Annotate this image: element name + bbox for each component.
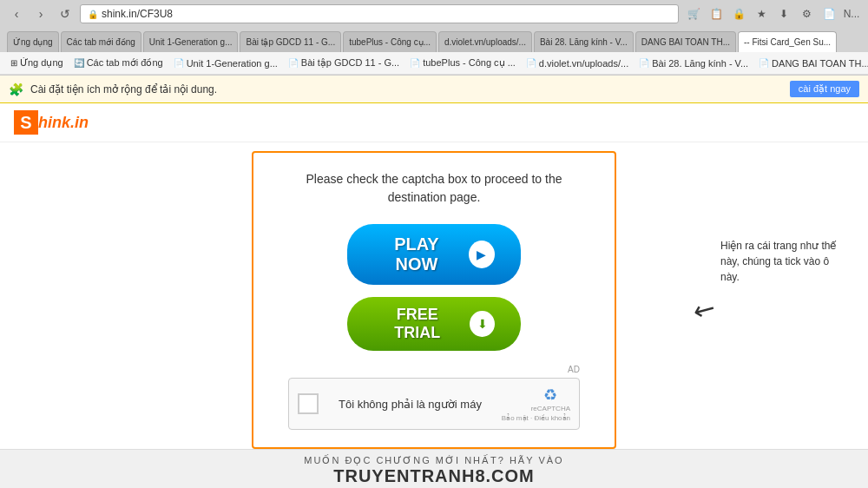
promo-line1: muốn đọc chương mới nhất? hãy vào (14, 455, 854, 466)
extension-message: Cài đặt tiện ích mở rộng để tải nội dung… (30, 83, 783, 96)
page-icon1: 📄 (174, 58, 184, 68)
bookmark-tubeplus[interactable]: 📄 tubePlus - Công cụ ... (406, 56, 519, 70)
ad-label: AD (288, 365, 580, 374)
cart-icon[interactable]: 🛒 (684, 4, 703, 23)
recaptcha-checkbox[interactable] (298, 393, 319, 414)
tab-tubeplus[interactable]: tubePlus - Công cụ... (343, 31, 437, 52)
recaptcha-brand: reCAPTCHA (531, 405, 570, 412)
clipboard-icon[interactable]: 📋 (707, 4, 726, 23)
address-bar[interactable]: 🔒 shink.in/CF3U8 (80, 4, 679, 23)
tabs-bar: Ứng dụng Các tab mới đồng Unit 1-Generat… (0, 28, 868, 52)
refresh-button[interactable]: ↺ (56, 4, 75, 23)
recaptcha-footer: ♻ reCAPTCHA Bảo mật · Điều khoản (502, 386, 570, 422)
main-container: Please check the captcha box to proceed … (0, 142, 868, 449)
bookmark-cacmoidong[interactable]: 🔄 Các tab mới đồng (70, 56, 167, 70)
play-now-button[interactable]: PLAY NOW ▶ (347, 224, 521, 285)
page-icon4: 📄 (526, 58, 536, 68)
bookmark-baitap[interactable]: 📄 Bài tập GDCD 11 - G... (285, 56, 403, 70)
recaptcha-text-area: Tôi không phải là người máy (327, 396, 493, 412)
recaptcha-logo-area: ♻ reCAPTCHA (531, 386, 570, 412)
recaptcha-label: Tôi không phải là người máy (339, 398, 482, 411)
logo-text: hink.in (38, 114, 89, 132)
bookmark-tubeplus-label: tubePlus - Công cụ ... (423, 57, 516, 69)
tab-icon: 🔄 (74, 58, 84, 68)
tab-unit1[interactable]: Unit 1-Generation g... (143, 31, 239, 52)
puzzle-icon: 🧩 (9, 82, 23, 96)
captcha-message: Please check the captcha box to proceed … (288, 170, 580, 207)
promo-bar: muốn đọc chương mới nhất? hãy vào TRUYEN… (0, 449, 868, 488)
settings-icon[interactable]: ⚙ (797, 4, 816, 23)
annotation-text: Hiện ra cái trang như thế này, chúng ta … (720, 238, 842, 285)
tab-baitap[interactable]: Bài tập GDCD 11 - G... (240, 31, 341, 52)
play-now-label: PLAY NOW (373, 234, 460, 274)
bookmark-unit1[interactable]: 📄 Unit 1-Generation g... (170, 56, 281, 70)
bookmarks-bar: ⊞ Ứng dụng 🔄 Các tab mới đồng 📄 Unit 1-G… (0, 52, 868, 75)
toolbar-icons: 🛒 📋 🔒 ★ ⬇ ⚙ 📄 N... (684, 4, 861, 23)
browser-chrome: ‹ › ↺ 🔒 shink.in/CF3U8 🛒 📋 🔒 ★ ⬇ ⚙ 📄 N..… (0, 0, 868, 76)
forward-button[interactable]: › (31, 4, 50, 23)
page-icon5: 📄 (639, 58, 649, 68)
lock-icon: 🔒 (88, 10, 98, 19)
star-icon[interactable]: ★ (752, 4, 771, 23)
recaptcha-logo-icon: ♻ (543, 386, 557, 405)
bookmark-unit1-label: Unit 1-Generation g... (187, 58, 278, 69)
pdf-icon[interactable]: 📄 (819, 4, 838, 23)
site-logo[interactable]: S hink.in (14, 110, 89, 135)
page-icon2: 📄 (288, 58, 299, 68)
page-icon3: 📄 (410, 58, 420, 68)
promo-line2: TRUYENTRANH8.COM (14, 466, 854, 486)
more-icon[interactable]: N... (842, 4, 861, 23)
install-button[interactable]: cài đặt ngay (790, 81, 859, 97)
logo-area: S hink.in (0, 103, 868, 142)
free-trial-icon: ⬇ (470, 311, 495, 337)
tab-dangbai[interactable]: DANG BAI TOAN TH... (635, 31, 736, 52)
browser-toolbar: ‹ › ↺ 🔒 shink.in/CF3U8 🛒 📋 🔒 ★ ⬇ ⚙ 📄 N..… (0, 0, 868, 28)
extension-bar: 🧩 Cài đặt tiện ích mở rộng để tải nội du… (0, 76, 868, 103)
play-now-icon: ▶ (469, 241, 495, 268)
bookmark-bai28[interactable]: 📄 Bài 28. Lăng kính - V... (635, 56, 752, 70)
captcha-box: Please check the captcha box to proceed … (252, 151, 616, 449)
bookmark-dangbai-label: DANG BAI TOAN TH... (772, 58, 868, 69)
bookmark-dangbai[interactable]: 📄 DANG BAI TOAN TH... (755, 56, 868, 70)
apps-icon: ⊞ (10, 58, 17, 68)
page-content: S hink.in Please check the captcha box t… (0, 103, 868, 488)
page-icon6: 📄 (759, 58, 769, 68)
free-trial-label: FREE TRIAL (373, 306, 461, 342)
tab-bai28[interactable]: Bài 28. Lăng kính - V... (534, 31, 634, 52)
recaptcha-links: Bảo mật · Điều khoản (502, 414, 570, 422)
tab-ungdung[interactable]: Ứng dụng (7, 31, 59, 52)
bookmark-cacmoidong-label: Các tab mới đồng (87, 57, 163, 69)
bookmark-dviolet[interactable]: 📄 d.violet.vn/uploads/... (523, 56, 632, 70)
bookmark-ungdung-label: Ứng dụng (20, 57, 63, 69)
bookmark-baitap-label: Bài tập GDCD 11 - G... (301, 57, 399, 69)
logo-s: S (14, 110, 38, 135)
free-trial-button[interactable]: FREE TRIAL ⬇ (347, 297, 521, 351)
bookmark-bai28-label: Bài 28. Lăng kính - V... (652, 58, 748, 69)
captcha-line1: Please check the captcha box to proceed … (306, 172, 562, 186)
recaptcha-widget[interactable]: Tôi không phải là người máy ♻ reCAPTCHA … (288, 378, 580, 430)
lock-icon2[interactable]: 🔒 (729, 4, 748, 23)
back-button[interactable]: ‹ (7, 4, 26, 23)
bookmark-ungdung[interactable]: ⊞ Ứng dụng (7, 56, 67, 70)
bookmark-dviolet-label: d.violet.vn/uploads/... (539, 58, 628, 69)
tab-fitsi[interactable]: -- Fitsi Card_Gen Su... (738, 31, 837, 52)
captcha-line2: destination page. (388, 190, 481, 204)
tab-dviolet[interactable]: d.violet.vn/uploads/... (438, 31, 532, 52)
url-text: shink.in/CF3U8 (102, 8, 173, 20)
annotation-arrow-icon: ↙ (688, 291, 722, 328)
tab-cacmoidong[interactable]: Các tab mới đồng (61, 31, 141, 52)
download-icon[interactable]: ⬇ (774, 4, 793, 23)
